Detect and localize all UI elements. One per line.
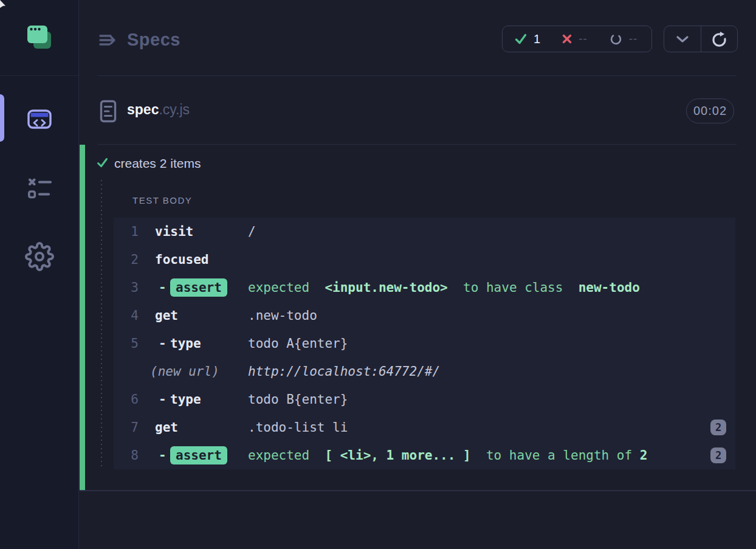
test-title[interactable]: creates 2 items bbox=[114, 156, 201, 171]
spec-file-name[interactable]: spec.cy.js bbox=[127, 102, 190, 118]
command-row-focused[interactable]: 2focused bbox=[114, 246, 735, 274]
spec-file-base: spec bbox=[127, 102, 159, 117]
child-command-dash: - bbox=[159, 274, 167, 302]
command-row-assert[interactable]: 3-assertexpected <input.new-todo> to hav… bbox=[114, 274, 735, 302]
command-row-get[interactable]: 4get.new-todo bbox=[114, 302, 735, 330]
pending-count: -- bbox=[629, 32, 638, 46]
child-command-dash: - bbox=[159, 330, 167, 357]
command-message: todo A{enter} bbox=[248, 330, 348, 357]
command-name: assert bbox=[170, 446, 227, 464]
specs-list-arrow-icon bbox=[98, 32, 119, 49]
page-title: Specs bbox=[127, 30, 180, 50]
pending-circle-icon bbox=[610, 33, 622, 46]
passed-count: 1 bbox=[534, 32, 540, 46]
settings-gear-icon bbox=[25, 242, 54, 271]
command-message: todo B{enter} bbox=[248, 385, 348, 413]
command-number: 6 bbox=[114, 385, 139, 413]
failed-count: -- bbox=[579, 32, 588, 46]
command-message: http://localhost:64772/#/ bbox=[248, 357, 440, 385]
command-number bbox=[114, 357, 139, 385]
spec-divider bbox=[98, 144, 737, 145]
command-number: 8 bbox=[114, 441, 139, 469]
command-row-type[interactable]: 6-typetodo B{enter} bbox=[114, 385, 735, 413]
command-row-get[interactable]: 7get.todo-list li2 bbox=[114, 413, 735, 441]
test-body-label: TEST BODY bbox=[132, 195, 192, 205]
spec-file-ext: .cy.js bbox=[159, 102, 190, 117]
command-name: focused bbox=[155, 246, 209, 274]
run-stats: 1 -- -- bbox=[502, 26, 652, 52]
test-check-icon bbox=[97, 157, 108, 168]
collapse-all-button[interactable] bbox=[664, 26, 701, 52]
x-icon bbox=[562, 34, 572, 44]
check-icon bbox=[515, 33, 527, 44]
sidebar-item-debug[interactable] bbox=[26, 178, 53, 200]
command-name: get bbox=[155, 413, 178, 441]
command-number: 7 bbox=[114, 413, 139, 441]
command-name: visit bbox=[155, 218, 193, 246]
child-command-dash: - bbox=[159, 385, 167, 413]
element-count-badge: 2 bbox=[710, 447, 726, 463]
test-passed-bar bbox=[80, 145, 85, 490]
command-name: get bbox=[155, 302, 178, 330]
command-number: 5 bbox=[114, 330, 139, 357]
command-number: 2 bbox=[114, 246, 139, 274]
cypress-logo-icon[interactable] bbox=[26, 24, 53, 52]
command-row-visit[interactable]: 1visit/ bbox=[114, 218, 735, 246]
command-row-type[interactable]: 5-typetodo A{enter} bbox=[114, 330, 735, 357]
refresh-icon bbox=[711, 31, 727, 47]
header-divider bbox=[98, 75, 737, 76]
element-count-badge: 2 bbox=[710, 420, 726, 435]
command-message: .todo-list li bbox=[248, 413, 348, 441]
command-name: type bbox=[170, 330, 201, 357]
command-row-assert[interactable]: 8-assertexpected [ <li>, 1 more... ] to … bbox=[114, 441, 735, 469]
command-number: 4 bbox=[114, 302, 139, 330]
sidebar bbox=[0, 0, 79, 549]
document-icon bbox=[99, 100, 117, 123]
command-number: 1 bbox=[114, 218, 139, 246]
command-name: assert bbox=[170, 278, 227, 297]
rerun-button[interactable] bbox=[701, 26, 738, 52]
specs-icon bbox=[27, 106, 52, 132]
command-message: / bbox=[248, 218, 256, 246]
command-message: expected <input.new-todo> to have class … bbox=[248, 274, 640, 302]
command-message: expected [ <li>, 1 more... ] to have a l… bbox=[248, 441, 647, 469]
command-row-newurl[interactable]: (new url)http://localhost:64772/#/ bbox=[114, 357, 735, 385]
command-message: .new-todo bbox=[248, 302, 317, 330]
spec-timer-badge: 00:02 bbox=[686, 98, 734, 123]
active-item-indicator bbox=[0, 94, 4, 142]
debug-runs-icon bbox=[26, 178, 53, 200]
sidebar-item-specs[interactable] bbox=[27, 106, 52, 132]
command-number: 3 bbox=[114, 274, 139, 302]
test-bottom-divider bbox=[80, 490, 756, 491]
child-command-dash: - bbox=[159, 441, 167, 469]
command-log: 1visit/2focused3-assertexpected <input.n… bbox=[114, 218, 735, 469]
mouse-cursor bbox=[0, 0, 6, 9]
sidebar-item-settings[interactable] bbox=[25, 242, 54, 271]
sidebar-divider bbox=[0, 75, 79, 76]
command-name: type bbox=[170, 385, 201, 413]
chevron-down-icon bbox=[676, 36, 689, 43]
cypress-runner-reporter: Specs 1 -- -- bbox=[0, 0, 756, 549]
test-attempt-line bbox=[101, 180, 102, 469]
command-name: (new url) bbox=[150, 357, 219, 385]
header-actions bbox=[664, 26, 738, 52]
